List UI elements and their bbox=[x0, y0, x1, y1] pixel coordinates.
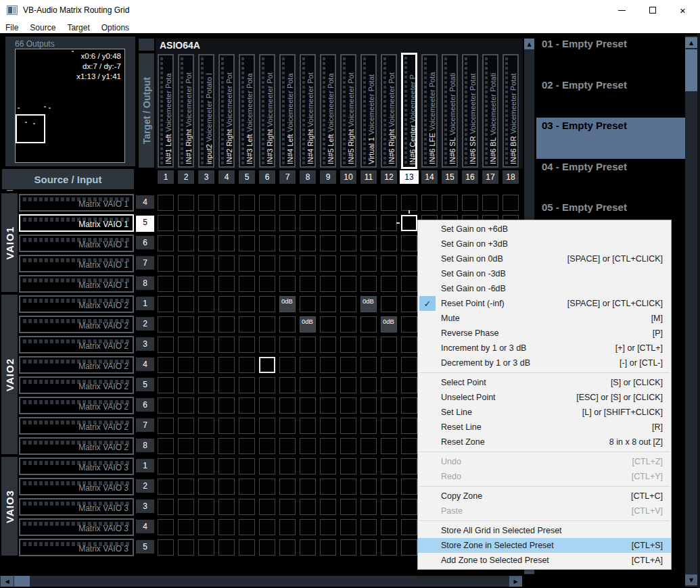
cell-r4-c11[interactable] bbox=[360, 255, 377, 272]
cell-r15-c12[interactable] bbox=[381, 479, 397, 495]
column-number-17[interactable]: 17 bbox=[482, 170, 498, 184]
column-number-16[interactable]: 16 bbox=[462, 170, 478, 184]
title-bar[interactable]: VB-Audio Matrix Routing Grid × bbox=[0, 0, 700, 20]
cell-r7-c10[interactable] bbox=[340, 316, 356, 333]
cell-r4-c3[interactable] bbox=[198, 255, 214, 272]
cell-r12-c11[interactable] bbox=[360, 418, 377, 434]
column-number-9[interactable]: 9 bbox=[320, 170, 336, 184]
cell-r18-c5[interactable] bbox=[239, 539, 255, 556]
cell-r6-c10[interactable] bbox=[340, 296, 356, 312]
cell-r14-c11[interactable] bbox=[360, 458, 377, 474]
column-header-8[interactable]: IN#4 Right Voicemeeter Pot bbox=[300, 54, 316, 168]
cell-r18-c3[interactable] bbox=[198, 539, 214, 556]
cell-r16-c4[interactable] bbox=[218, 499, 235, 515]
cell-r8-c4[interactable] bbox=[218, 337, 235, 353]
cell-r15-c4[interactable] bbox=[218, 479, 235, 495]
cell-r8-c1[interactable] bbox=[158, 337, 174, 353]
scroll-left-button[interactable]: ◀ bbox=[1, 576, 14, 587]
cell-r10-c1[interactable] bbox=[158, 377, 174, 393]
cell-r10-c7[interactable] bbox=[279, 377, 296, 393]
cell-r2-c9[interactable] bbox=[320, 215, 336, 231]
cell-r2-c11[interactable] bbox=[360, 215, 377, 231]
cell-r3-c6[interactable] bbox=[259, 235, 275, 251]
cell-r1-c8[interactable] bbox=[300, 195, 316, 211]
cell-r3-c10[interactable] bbox=[340, 235, 356, 251]
cell-r11-c2[interactable] bbox=[178, 397, 194, 414]
column-number-18[interactable]: 18 bbox=[503, 170, 519, 184]
row-label-11[interactable]: Matrix VAIO 2 bbox=[19, 397, 134, 414]
cell-r15-c9[interactable] bbox=[320, 479, 336, 495]
cell-r3-c5[interactable] bbox=[239, 235, 255, 251]
cell-r6-c3[interactable] bbox=[198, 296, 214, 312]
cell-r3-c12[interactable] bbox=[381, 235, 397, 251]
cell-r3-c1[interactable] bbox=[158, 235, 174, 251]
cell-r4-c6[interactable] bbox=[259, 255, 275, 272]
menu-item-unselect-point[interactable]: Unselect Point[ESC] or [S] or [CLICK] bbox=[418, 390, 671, 405]
cell-r1-c15[interactable] bbox=[442, 195, 458, 211]
cell-r1-c5[interactable] bbox=[239, 195, 255, 211]
cell-r13-c8[interactable] bbox=[300, 438, 316, 454]
row-number-12[interactable]: 7 bbox=[136, 418, 154, 432]
column-number-14[interactable]: 14 bbox=[421, 170, 438, 184]
cell-r10-c11[interactable] bbox=[360, 377, 377, 393]
cell-r6-c13[interactable] bbox=[401, 296, 417, 312]
column-header-18[interactable]: IN#6 BR Voicemeeter Potat bbox=[503, 54, 519, 168]
cell-r7-c1[interactable] bbox=[158, 316, 174, 333]
cell-r7-c7[interactable] bbox=[279, 316, 296, 333]
cell-r8-c7[interactable] bbox=[279, 337, 296, 353]
cell-r9-c2[interactable] bbox=[178, 357, 194, 373]
cell-r12-c5[interactable] bbox=[239, 418, 255, 434]
cell-r16-c13[interactable] bbox=[401, 499, 417, 515]
cell-r11-c4[interactable] bbox=[218, 397, 235, 414]
cell-r4-c9[interactable] bbox=[320, 255, 336, 272]
cell-r9-c9[interactable] bbox=[320, 357, 336, 373]
cell-r3-c13[interactable] bbox=[401, 235, 417, 251]
cell-r10-c10[interactable] bbox=[340, 377, 356, 393]
cell-r11-c6[interactable] bbox=[259, 397, 275, 414]
row-label-10[interactable]: Matrix VAIO 2 bbox=[19, 376, 134, 394]
column-header-5[interactable]: IN#3 Left Voicemeeter Pota bbox=[239, 54, 255, 168]
preset-scroll-up-button[interactable]: ▲ bbox=[685, 37, 697, 48]
column-header-4[interactable]: IN#2 Right Voicemeeter Pot bbox=[218, 54, 235, 168]
cell-r13-c9[interactable] bbox=[320, 438, 336, 454]
cell-r1-c17[interactable] bbox=[482, 195, 498, 211]
cell-r2-c8[interactable] bbox=[300, 215, 316, 231]
cell-r6-c8[interactable] bbox=[300, 296, 316, 312]
cell-r5-c1[interactable] bbox=[158, 276, 174, 292]
cell-r8-c12[interactable] bbox=[381, 337, 397, 353]
cell-r10-c12[interactable] bbox=[381, 377, 397, 393]
cell-r9-c1[interactable] bbox=[158, 357, 174, 373]
cell-r10-c3[interactable] bbox=[198, 377, 214, 393]
cell-r9-c11[interactable] bbox=[360, 357, 377, 373]
column-header-12[interactable]: IN#6 Right Voicemeeter Pot bbox=[381, 54, 397, 168]
cell-r2-c7[interactable] bbox=[279, 215, 296, 231]
cell-r6-c9[interactable] bbox=[320, 296, 336, 312]
cell-r16-c9[interactable] bbox=[320, 499, 336, 515]
column-number-5[interactable]: 5 bbox=[239, 170, 255, 184]
cell-r7-c8[interactable]: 0dB bbox=[300, 316, 316, 333]
cell-r4-c8[interactable] bbox=[300, 255, 316, 272]
cell-r8-c9[interactable] bbox=[320, 337, 336, 353]
cell-r18-c8[interactable] bbox=[300, 539, 316, 556]
column-number-6[interactable]: 6 bbox=[259, 170, 275, 184]
cell-r12-c2[interactable] bbox=[178, 418, 194, 434]
cell-r18-c13[interactable] bbox=[401, 539, 417, 556]
cell-r6-c5[interactable] bbox=[239, 296, 255, 312]
cell-r4-c5[interactable] bbox=[239, 255, 255, 272]
cell-r13-c3[interactable] bbox=[198, 438, 214, 454]
cell-r12-c6[interactable] bbox=[259, 418, 275, 434]
row-label-18[interactable]: Matrix VAIO 3 bbox=[19, 539, 134, 556]
cell-r1-c14[interactable] bbox=[421, 195, 438, 211]
horizontal-scroll-thumb[interactable] bbox=[14, 576, 30, 587]
cell-r6-c4[interactable] bbox=[218, 296, 235, 312]
row-label-2[interactable]: Matrix VAIO 1 bbox=[19, 214, 134, 232]
viewport-rectangle[interactable] bbox=[16, 114, 45, 143]
preset-item-1[interactable]: 01 - Empty Preset bbox=[536, 36, 685, 77]
cell-r3-c2[interactable] bbox=[178, 235, 194, 251]
cell-r8-c11[interactable] bbox=[360, 337, 377, 353]
row-number-9[interactable]: 4 bbox=[136, 358, 154, 371]
cell-r13-c11[interactable] bbox=[360, 438, 377, 454]
column-number-10[interactable]: 10 bbox=[340, 170, 356, 184]
menu-item-reset-point-inf-[interactable]: ✓Reset Point (-inf)[SPACE] or [CTL+CLICK… bbox=[418, 296, 671, 311]
cell-r17-c12[interactable] bbox=[381, 519, 397, 535]
